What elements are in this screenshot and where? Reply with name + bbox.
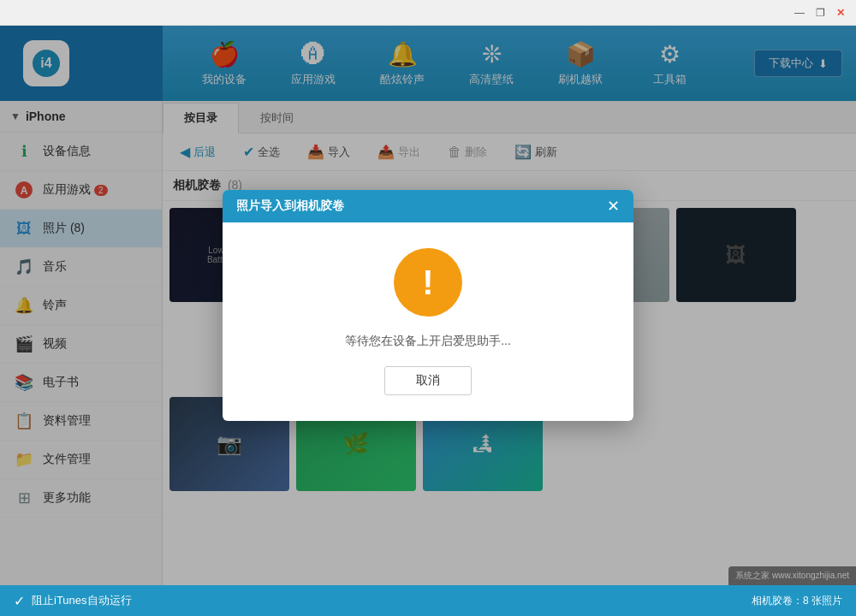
modal-title: 照片导入到相机胶卷 bbox=[236, 198, 344, 214]
itunes-status-text: 阻止iTunes自动运行 bbox=[32, 593, 132, 608]
modal-header: 照片导入到相机胶卷 ✕ bbox=[223, 190, 633, 222]
modal-cancel-button[interactable]: 取消 bbox=[384, 366, 472, 395]
photo-count-text: 相机胶卷：8 张照片 bbox=[752, 594, 842, 608]
minimize-button[interactable]: — bbox=[791, 4, 808, 21]
close-button[interactable]: ✕ bbox=[832, 4, 849, 21]
warning-icon: ! bbox=[394, 248, 462, 317]
restore-button[interactable]: ❐ bbox=[811, 4, 829, 21]
modal-body: ! 等待您在设备上开启爱思助手... 取消 bbox=[223, 222, 633, 421]
itunes-check-icon: ✓ bbox=[14, 593, 25, 609]
status-bar: ✓ 阻止iTunes自动运行 相机胶卷：8 张照片 bbox=[0, 585, 856, 616]
import-modal: 照片导入到相机胶卷 ✕ ! 等待您在设备上开启爱思助手... 取消 bbox=[223, 190, 633, 421]
modal-message: 等待您在设备上开启爱思助手... bbox=[345, 334, 511, 349]
modal-close-button[interactable]: ✕ bbox=[607, 198, 620, 214]
status-left: ✓ 阻止iTunes自动运行 bbox=[14, 593, 132, 609]
modal-overlay: 照片导入到相机胶卷 ✕ ! 等待您在设备上开启爱思助手... 取消 bbox=[0, 26, 856, 585]
